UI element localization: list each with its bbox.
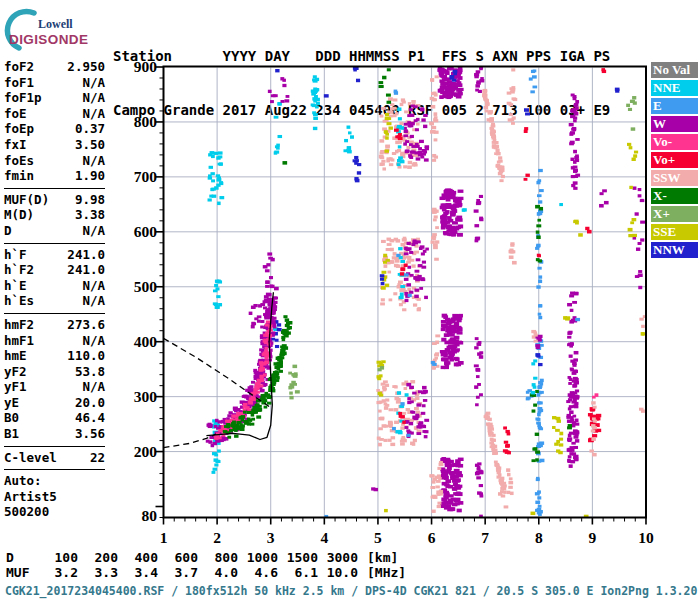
dmuf-value: 600 xyxy=(158,550,198,565)
group-divider xyxy=(4,188,105,189)
svg-text:6: 6 xyxy=(428,529,436,546)
parameter-row: 500200 xyxy=(4,504,105,520)
parameter-label: Auto: xyxy=(4,473,42,489)
parameter-row: DN/A xyxy=(4,223,105,239)
dmuf-unit: [km] xyxy=(358,550,398,565)
parameter-label: fxI xyxy=(4,137,27,153)
group-divider xyxy=(4,243,105,244)
parameter-label: yE xyxy=(4,395,19,411)
dmuf-value: 4.0 xyxy=(198,565,238,580)
parameter-row: h`F241.0 xyxy=(4,247,105,263)
parameter-row: foEN/A xyxy=(4,106,105,122)
file-info-line: CGK21_2017234045400.RSF / 180fx512h 50 k… xyxy=(5,584,697,598)
logo-text-digisonde: DIGISONDE xyxy=(9,32,88,47)
dmuf-row: D100200400600800100015003000[km] xyxy=(6,550,406,565)
parameter-label: foF1p xyxy=(4,90,42,106)
parameter-label: foEs xyxy=(4,153,34,169)
parameter-label: D xyxy=(4,223,12,239)
parameter-label: h`E xyxy=(4,278,27,294)
legend-item: X- xyxy=(651,188,698,204)
parameter-label: h`Es xyxy=(4,293,34,309)
svg-text:800: 800 xyxy=(134,113,158,130)
dmuf-row-label: D xyxy=(6,550,38,565)
parameter-row: C-level22 xyxy=(4,450,105,466)
parameter-value: 0.37 xyxy=(75,121,105,137)
svg-text:700: 700 xyxy=(134,168,158,185)
echo-direction-legend: No ValNNEEWVo-Vo+SSWX-X+SSENNW xyxy=(651,62,698,260)
dmuf-value: 200 xyxy=(78,550,118,565)
parameter-value: N/A xyxy=(82,106,105,122)
svg-text:900: 900 xyxy=(134,58,158,75)
legend-item: NNE xyxy=(651,80,698,96)
group-divider xyxy=(4,446,105,447)
parameter-value: 110.0 xyxy=(67,348,105,364)
parameter-value: 3.38 xyxy=(75,207,105,223)
svg-text:5: 5 xyxy=(374,529,382,546)
parameter-row: foF1pN/A xyxy=(4,90,105,106)
lowell-digisonde-logo: Lowell DIGISONDE xyxy=(4,4,116,52)
parameter-row: h`F2241.0 xyxy=(4,262,105,278)
svg-text:400: 400 xyxy=(134,333,158,350)
parameter-row: M(D)3.38 xyxy=(4,207,105,223)
parameter-value: 241.0 xyxy=(67,262,105,278)
parameter-row: yF1N/A xyxy=(4,379,105,395)
parameter-row: hmF1N/A xyxy=(4,333,105,349)
parameter-value: N/A xyxy=(82,153,105,169)
parameter-label: MUF(D) xyxy=(4,192,49,208)
data-points xyxy=(206,65,647,518)
dmuf-value: 3000 xyxy=(318,550,358,565)
svg-text:10: 10 xyxy=(638,529,654,546)
dmuf-row: MUF3.23.33.43.74.04.66.110.0[MHz] xyxy=(6,565,406,580)
dmuf-unit: [MHz] xyxy=(358,565,406,580)
parameter-row: B13.56 xyxy=(4,426,105,442)
svg-text:4: 4 xyxy=(320,529,328,546)
legend-item: SSW xyxy=(651,170,698,186)
parameter-value: N/A xyxy=(82,75,105,91)
parameter-row: B046.4 xyxy=(4,410,105,426)
parameter-label: 500200 xyxy=(4,504,49,520)
parameter-label: foEp xyxy=(4,121,34,137)
svg-text:7: 7 xyxy=(481,529,489,546)
dmuf-row-label: MUF xyxy=(6,565,38,580)
dmuf-value: 1000 xyxy=(238,550,278,565)
parameter-label: h`F2 xyxy=(4,262,34,278)
dmuf-value: 800 xyxy=(198,550,238,565)
dmuf-value: 3.3 xyxy=(78,565,118,580)
parameter-label: fmin xyxy=(4,168,34,184)
svg-text:3: 3 xyxy=(267,529,275,546)
parameter-row: hmE110.0 xyxy=(4,348,105,364)
parameter-value: N/A xyxy=(82,90,105,106)
parameter-row: MUF(D)9.98 xyxy=(4,192,105,208)
dmuf-value: 3.2 xyxy=(38,565,78,580)
parameter-label: C-level xyxy=(4,450,57,466)
parameter-value: 9.98 xyxy=(75,192,105,208)
legend-item: E xyxy=(651,98,698,114)
legend-item: Vo+ xyxy=(651,152,698,168)
parameter-row: fxI3.50 xyxy=(4,137,105,153)
svg-text:500: 500 xyxy=(134,278,158,295)
parameter-value: 241.0 xyxy=(67,247,105,263)
legend-item: NNW xyxy=(651,242,698,258)
parameter-label: M(D) xyxy=(4,207,34,223)
parameter-value: 2.950 xyxy=(67,59,105,75)
ionogram-plot: 9008007006005004003002008012345678910 xyxy=(110,55,700,552)
parameter-value: 53.8 xyxy=(75,364,105,380)
dmuf-value: 1500 xyxy=(278,550,318,565)
dmuf-value: 4.6 xyxy=(238,565,278,580)
parameter-row: fmin1.90 xyxy=(4,168,105,184)
dmuf-value: 10.0 xyxy=(318,565,358,580)
parameter-value: N/A xyxy=(82,379,105,395)
group-divider xyxy=(4,313,105,314)
digisonde-ionogram-window: Lowell DIGISONDE Station YYYY DAY DDD HH… xyxy=(0,0,700,600)
parameter-value: N/A xyxy=(82,293,105,309)
parameter-value: 273.6 xyxy=(67,317,105,333)
legend-item: SSE xyxy=(651,224,698,240)
parameter-row: foF1N/A xyxy=(4,75,105,91)
legend-item: W xyxy=(651,116,698,132)
parameter-label: hmF1 xyxy=(4,333,34,349)
parameter-row: hmF2273.6 xyxy=(4,317,105,333)
parameter-label: hmF2 xyxy=(4,317,34,333)
dmuf-value: 3.7 xyxy=(158,565,198,580)
parameter-label: yF2 xyxy=(4,364,27,380)
legend-item: Vo- xyxy=(651,134,698,150)
